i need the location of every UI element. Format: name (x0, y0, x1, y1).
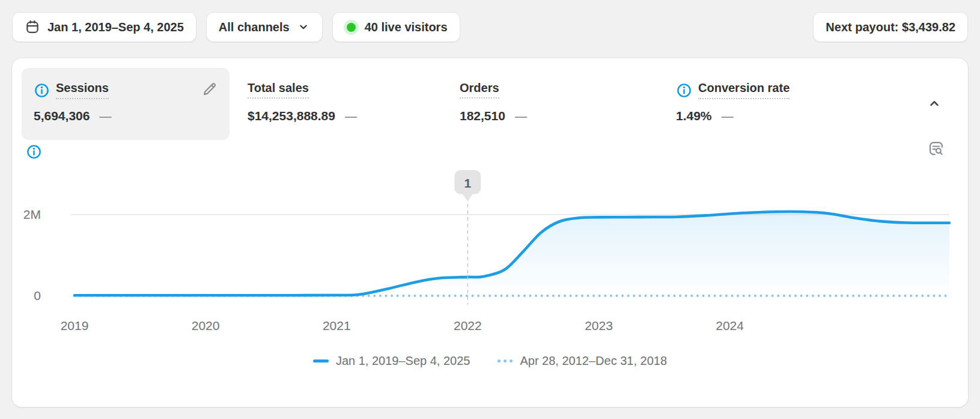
metric-delta-total-sales: — (345, 109, 357, 123)
metric-tile-total-sales[interactable]: Total sales $14,253,888.89 — (248, 81, 309, 95)
annotation-marker[interactable]: 1 (454, 170, 481, 305)
chevron-up-icon (927, 96, 942, 111)
date-range-button[interactable]: Jan 1, 2019–Sep 4, 2025 (12, 12, 196, 42)
topbar: Jan 1, 2019–Sep 4, 2025 All channels 40 … (12, 12, 968, 42)
channel-filter-label: All channels (219, 20, 290, 34)
metric-value-sessions: 5,694,306 (34, 109, 90, 123)
metric-label-conversion-rate: Conversion rate (698, 81, 790, 99)
metric-tile-conversion-rate[interactable]: Conversion rate 1.49% — (676, 81, 790, 99)
legend-comparison-period-label: Apr 28, 2012–Dec 31, 2018 (520, 354, 667, 368)
area-fill (75, 212, 949, 296)
metric-label-sessions: Sessions (56, 81, 109, 99)
chart-legend: Jan 1, 2019–Sep 4, 2025 Apr 28, 2012–Dec… (12, 354, 968, 368)
y-axis-tick-label: 0 (34, 289, 41, 302)
x-axis-tick-label: 2021 (323, 319, 351, 332)
chart-info-button[interactable] (26, 144, 42, 160)
x-axis-tick-label: 2020 (192, 319, 220, 332)
search-report-icon (928, 140, 945, 157)
info-icon[interactable] (34, 82, 50, 99)
metric-delta-conversion-rate: — (722, 109, 734, 123)
info-icon (26, 144, 42, 160)
x-axis-tick-label: 2024 (716, 319, 744, 332)
legend-item-comparison-period[interactable]: Apr 28, 2012–Dec 31, 2018 (498, 354, 667, 368)
live-visitors-label: 40 live visitors (365, 20, 448, 34)
metric-tile-sessions[interactable]: Sessions 5,694,306 — (22, 68, 230, 140)
x-axis-tick-label: 2019 (61, 319, 89, 332)
next-payout-label: Next payout: $3,439.82 (826, 20, 955, 34)
sessions-line-series (75, 212, 949, 295)
channel-filter-button[interactable]: All channels (206, 12, 323, 42)
calendar-icon (25, 19, 40, 35)
legend-solid-swatch (313, 359, 329, 362)
next-payout-button[interactable]: Next payout: $3,439.82 (813, 12, 968, 42)
annotation-marker-label: 1 (464, 176, 472, 190)
metric-delta-sessions: — (99, 109, 111, 123)
metric-value-orders: 182,510 (460, 109, 505, 123)
metric-value-total-sales: $14,253,888.89 (248, 109, 335, 123)
metric-delta-orders: — (515, 109, 527, 123)
y-axis-tick-label: 2M (23, 207, 41, 221)
live-dot-icon (347, 23, 356, 32)
legend-item-current-period[interactable]: Jan 1, 2019–Sep 4, 2025 (313, 354, 470, 368)
metric-label-total-sales: Total sales (248, 81, 309, 99)
x-axis-tick-label: 2023 (585, 319, 613, 332)
legend-current-period-label: Jan 1, 2019–Sep 4, 2025 (336, 354, 470, 368)
metric-tile-orders[interactable]: Orders 182,510 — (460, 81, 499, 95)
edit-pencil-icon (202, 81, 218, 97)
metric-label-orders: Orders (460, 81, 499, 99)
analytics-card: 02M2019202020212022202320241 Sessions (12, 58, 968, 407)
chevron-down-icon (297, 20, 310, 34)
info-icon[interactable] (676, 82, 692, 99)
live-visitors-button[interactable]: 40 live visitors (332, 12, 460, 42)
date-range-label: Jan 1, 2019–Sep 4, 2025 (47, 20, 184, 34)
explore-data-button[interactable] (928, 140, 945, 157)
edit-metric-button[interactable] (202, 81, 218, 97)
x-axis-tick-label: 2022 (454, 319, 482, 332)
collapse-chart-button[interactable] (927, 96, 942, 111)
legend-dotted-swatch (498, 359, 513, 362)
metric-value-conversion-rate: 1.49% (676, 109, 712, 123)
